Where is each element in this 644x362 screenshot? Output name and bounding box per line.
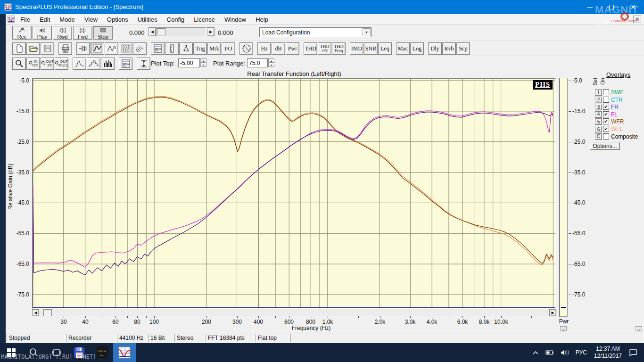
play-button[interactable]: Play	[33, 26, 52, 40]
volume-icon[interactable]	[561, 349, 569, 356]
menu-item-mode[interactable]: Mode	[55, 16, 80, 23]
battery-icon[interactable]	[545, 350, 554, 355]
overlay-set-button-fl[interactable]: 4	[595, 111, 602, 118]
rec-button[interactable]: Rec	[12, 26, 32, 40]
overlay-set-button-composite[interactable]: C	[595, 133, 602, 140]
screen: SpectraPLUS Professional Edition - [Spec…	[0, 0, 644, 362]
rwd-button[interactable]: Rwd	[53, 26, 72, 40]
minimized-window-button[interactable]: ▁	[560, 326, 567, 331]
waveform-view-button[interactable]	[105, 42, 118, 55]
zoom-out-2x-button[interactable]: OUT2X	[41, 58, 54, 70]
menu-item-view[interactable]: View	[80, 16, 102, 23]
bar-view-button[interactable]	[101, 58, 115, 70]
spectrum-plot[interactable]	[32, 78, 556, 309]
menu-item-help[interactable]: Help	[251, 16, 273, 23]
overlay-checkbox-fr[interactable]: ✔	[603, 104, 609, 110]
action-center-icon[interactable]	[629, 349, 637, 356]
overlay-checkbox-ctr[interactable]	[603, 97, 609, 103]
overlays-options-button[interactable]: Options...	[590, 142, 620, 150]
log-button[interactable]: Log	[410, 42, 424, 55]
position-slider-thumb[interactable]	[157, 28, 165, 35]
spectrum-view-button[interactable]	[91, 42, 104, 55]
overlay-checkbox-wfr[interactable]: ✔	[603, 118, 609, 124]
taskbar-app-spectraplus[interactable]	[113, 343, 136, 362]
menu-item-file[interactable]: File	[16, 16, 35, 23]
overlay-set-button-swf[interactable]: 1	[595, 89, 602, 96]
print-button[interactable]	[58, 42, 72, 55]
hz-button[interactable]: Hz	[257, 42, 271, 55]
mac-button[interactable]: Mac	[396, 42, 410, 55]
load-configuration-combo[interactable]: Load Configuration ▼	[259, 27, 372, 37]
overlay-checkbox-swf[interactable]	[603, 89, 609, 95]
forward-icon	[78, 26, 88, 34]
overlay-set-button-wfl[interactable]: 6	[595, 126, 602, 132]
trigger-label: Trig	[195, 45, 205, 52]
overlay-label-fl: FL	[611, 111, 618, 118]
auto-scale-button[interactable]	[137, 58, 150, 70]
plot-horizontal-scrollbar[interactable]: ◀ ▶	[32, 309, 556, 316]
menu-item-utilities[interactable]: Utilities	[133, 16, 162, 23]
position-scroll-left-icon[interactable]: ◀	[149, 27, 156, 36]
overlay-checkbox-fl[interactable]: ✔	[603, 111, 609, 117]
menu-item-license[interactable]: License	[189, 16, 220, 23]
menu-item-options[interactable]: Options	[102, 16, 133, 23]
language-indicator[interactable]: РУС	[576, 349, 587, 356]
surface-view-button[interactable]	[133, 42, 147, 55]
scroll-left-icon[interactable]: ◀	[32, 309, 39, 316]
open-file-button[interactable]	[26, 42, 40, 55]
leq-button[interactable]: Leq	[378, 42, 392, 55]
rwd-label: Rwd	[57, 34, 67, 40]
minimized-window-button-2[interactable]: ▁	[636, 326, 642, 331]
tray-chevron-up-icon[interactable]	[532, 350, 539, 355]
clock[interactable]: 12:37 AM 12/11/2017	[594, 346, 622, 360]
plot-top-spinner[interactable]: ▲▼	[200, 58, 206, 67]
plot-options-button[interactable]	[119, 58, 132, 70]
signal-generator-button[interactable]	[239, 42, 253, 55]
menu-item-window[interactable]: Window	[220, 16, 251, 23]
spectrogram-view-button[interactable]	[119, 42, 132, 55]
narrowband-view-button[interactable]	[73, 58, 86, 70]
y-tick-label-right: -35.0	[572, 169, 594, 176]
overlay-checkbox-composite[interactable]	[603, 133, 609, 140]
fwd-button[interactable]: Fwd	[73, 26, 92, 40]
zoom-out-full-button[interactable]: OUTFULL	[55, 58, 68, 70]
display-options-button[interactable]	[151, 42, 165, 55]
menu-item-config[interactable]: Config	[162, 16, 190, 23]
ruler-button[interactable]	[165, 42, 179, 55]
io-button[interactable]: I/O	[222, 42, 235, 55]
phase-button[interactable]	[179, 42, 193, 55]
overlay-set-button-fr[interactable]: 3	[595, 104, 602, 110]
menu-item-edit[interactable]: Edit	[35, 16, 55, 23]
imd-button[interactable]: IMD	[350, 42, 363, 55]
pwr-button[interactable]: Pwr	[286, 42, 299, 55]
scroll-thumb[interactable]	[43, 309, 52, 316]
scroll-right-icon[interactable]: ▶	[549, 309, 556, 316]
overlay-checkbox-wfl[interactable]: ✔	[603, 126, 609, 132]
plot-range-spinner[interactable]: ▲▼	[268, 58, 274, 67]
thd-n-button[interactable]: THD+N	[318, 42, 331, 55]
plot-top-input[interactable]	[178, 58, 200, 67]
scp-button[interactable]: Scp	[456, 42, 470, 55]
dly-button[interactable]: Dly	[428, 42, 442, 55]
octave-view-button[interactable]	[87, 58, 100, 70]
overlay-set-button-wfr[interactable]: 5	[595, 118, 602, 125]
marker-button[interactable]: Mrk	[207, 42, 221, 55]
thd-freq-button[interactable]: THDFreq	[332, 42, 346, 55]
zoom-button[interactable]	[12, 58, 26, 70]
plot-range-input[interactable]	[247, 58, 268, 67]
position-slider[interactable]	[156, 27, 206, 36]
chevron-down-icon[interactable]: ▼	[363, 28, 371, 36]
rvb-button[interactable]: Rvb	[442, 42, 456, 55]
new-file-button[interactable]	[12, 42, 26, 55]
trigger-button[interactable]: Trig	[193, 42, 207, 55]
stop-button[interactable]: Stop	[93, 26, 113, 40]
snr-button[interactable]: SNR	[364, 42, 378, 55]
pass-through-button[interactable]	[76, 42, 90, 55]
zoom-in-2x-button[interactable]: IN2X	[26, 58, 40, 70]
save-file-button[interactable]	[41, 42, 54, 55]
overlay-set-button-ctr[interactable]: 2	[595, 97, 602, 103]
thd-button[interactable]: THD	[304, 42, 317, 55]
status-bar: StoppedRecorder44100 Hz16 BitStereoFFT 1…	[6, 333, 644, 343]
db-button[interactable]: dB	[272, 42, 285, 55]
position-scroll-right-icon[interactable]: ▶	[207, 27, 215, 36]
